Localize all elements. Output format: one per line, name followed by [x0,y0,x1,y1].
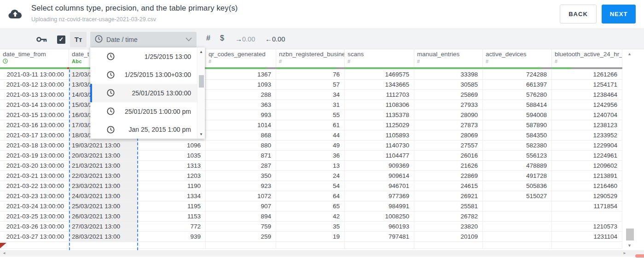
date-format-option[interactable]: 1/25/2015 13:00 [90,47,205,66]
table-row: 2021-03-27 13:00:0028/03/2021 13:0093925… [0,232,622,242]
table-cell: 946701 [345,181,414,191]
column-header-manual_entries[interactable]: manual_entries# [414,49,483,67]
date-format-option[interactable]: 25/01/2015 1:00:00 pm [90,102,205,121]
currency-type-icon[interactable]: $ [220,34,224,42]
table-row: 2021-03-21 13:00:0022/03/2021 13:0012033… [0,171,622,181]
table-row: 2021-03-25 13:00:0026/03/2021 13:0011538… [0,211,622,222]
column-type-icon: # [417,59,482,64]
datetime-type-dropdown[interactable]: Date / time [90,32,197,47]
table-cell [483,222,552,231]
table-cell: 22869 [414,171,483,181]
scroll-down-icon[interactable]: ▼ [627,243,632,248]
column-type-icon: # [209,59,276,64]
table-cell: 2021-03-19 13:00:00 [0,151,69,160]
decimal-decrease-button[interactable]: ←0.00 [265,35,285,43]
arrow-left-icon: ← [265,35,272,43]
quality-bar [414,67,483,69]
column-header-scans[interactable]: scans# [345,49,414,67]
table-cell: 1008250 [345,211,414,221]
table-cell: 24 [276,171,345,181]
table-vertical-scrollbar[interactable]: ▲ ▼ [625,50,635,250]
table-cell: 35 [276,222,345,231]
dropdown-scrollbar-thumb[interactable] [199,75,204,88]
table-cell: 1313 [138,161,206,170]
next-button[interactable]: NEXT [602,5,636,23]
table-cell: 576280 [483,90,552,100]
table-cell: 582380 [483,141,552,150]
empty-cell [483,242,552,248]
table-cell: 1125029 [345,120,414,130]
column-header-qr_codes_generated[interactable]: qr_codes_generated# [206,49,276,67]
table-cell: 1367 [206,70,276,79]
column-name: scans [348,51,414,58]
table-cell: 1035 [138,151,206,160]
table-cell: 594008 [483,110,552,120]
number-type-icon[interactable]: # [206,34,210,42]
table-row: 2021-03-19 13:00:0020/03/2021 13:0010358… [0,151,622,161]
decimal-increase-button[interactable]: →0.00 [235,35,255,43]
table-cell: 21626 [414,161,483,170]
table-cell: 26016 [414,151,483,160]
table-cell: 977369 [345,191,414,201]
option-label: 25/01/2015 1:00:00 pm [115,108,191,115]
option-label: Jan 25, 2015 1:00 pm [115,126,191,133]
date-format-option[interactable]: 1/25/2015 13:00+03:00 [90,66,205,84]
primary-key-icon[interactable] [36,36,47,44]
date-format-option[interactable]: Jan 25, 2015 1:00 pm [90,120,205,139]
column-name: bluetooth_active_24_hr_ [555,51,622,58]
table-cell: 2021-03-18 13:00:00 [0,141,69,150]
clock-icon [95,35,103,45]
table-cell: 1093 [206,80,276,89]
scroll-up-icon[interactable]: ▲ [199,50,203,54]
table-cell: 515027 [483,191,552,201]
empty-cell [414,242,483,248]
vertical-scrollbar-thumb[interactable] [626,229,634,240]
back-button[interactable]: BACK [560,5,597,23]
dropdown-scrollbar[interactable]: ▲ ▼ [197,47,205,139]
table-row: 2021-03-22 13:00:0023/03/2021 13:0011909… [0,181,622,191]
column-header-active_devices[interactable]: active_devices# [483,49,552,67]
table-cell: 28069 [414,130,483,140]
table-cell: 34 [276,90,345,100]
table-cell: 21/03/2021 13:00 [69,161,138,170]
table-cell: 923 [206,181,276,191]
table-horizontal-scrollbar[interactable]: ◄ ► [0,250,644,257]
table-cell: 20109 [414,232,483,241]
table-cell: 2021-03-25 13:00:00 [0,211,69,221]
datetime-dropdown-value: Date / time [106,36,186,43]
table-cell: 27933 [414,100,483,110]
table-cell: 2021-03-20 13:00:00 [0,161,69,170]
table-cell: 984991 [345,201,414,211]
table-cell: 2021-03-15 13:00:00 [0,110,69,120]
table-cell: 1105893 [345,130,414,140]
table-cell: 960193 [345,222,414,231]
table-cell: 1108306 [345,100,414,110]
option-label: 1/25/2015 13:00 [115,53,191,60]
column-header-date_time_from[interactable]: date_time_from [0,49,69,67]
column-header-bluetooth_active_24_hr_[interactable]: bluetooth_active_24_hr_# [552,49,622,67]
horizontal-scrollbar-thumb[interactable] [635,254,644,258]
scroll-down-icon[interactable]: ▼ [199,132,203,136]
boolean-type-checkbox[interactable]: ✓ [57,35,65,44]
scroll-left-icon[interactable]: ◄ [2,251,6,255]
clock-icon [107,107,115,115]
empty-cell [138,242,206,248]
table-cell: 27873 [414,120,483,130]
quality-bar [206,67,276,69]
upload-cloud-icon [8,8,23,22]
table-cell: 772 [138,222,206,231]
table-cell: 24615 [414,181,483,191]
text-type-button[interactable]: Tᴛ [70,32,87,47]
column-header-nzbn_registered_busine[interactable]: nzbn_registered_busine# [276,49,345,67]
table-cell: 64 [276,191,345,201]
chevron-down-icon [186,36,192,43]
table-cell: 1216460 [552,181,622,191]
table-cell: 909369 [345,161,414,170]
table-cell: 584350 [483,130,552,140]
scroll-up-icon[interactable]: ▲ [627,52,632,56]
date-format-option[interactable]: 25/01/2015 13:00:00 [90,84,205,102]
table-cell: 27/03/2021 13:00 [69,222,138,231]
table-cell [552,211,622,221]
empty-cell [552,242,622,248]
scroll-right-icon[interactable]: ► [623,251,627,255]
